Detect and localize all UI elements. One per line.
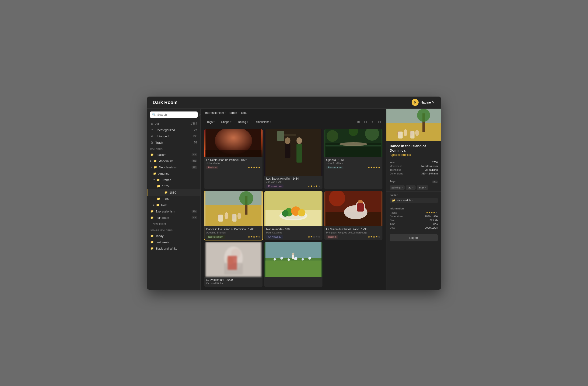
view-grid-small-btn[interactable]: ⊟ xyxy=(362,119,368,125)
sidebar-item-1885[interactable]: 📁 1885 xyxy=(147,196,200,202)
sidebar-item-america[interactable]: 📁 America xyxy=(147,170,200,177)
export-button[interactable]: Export xyxy=(390,234,438,241)
sidebar-item-all-label: All xyxy=(155,122,159,125)
sidebar-item-today[interactable]: 📁 Today xyxy=(147,233,200,239)
svg-point-34 xyxy=(282,210,289,217)
folder-icon-lastweek: 📁 xyxy=(150,241,153,244)
folder-icon-1875: 📁 xyxy=(157,184,160,188)
sidebar-folder-post-label: Post xyxy=(161,203,167,207)
sidebar-item-pointillism[interactable]: 📁 Pointillism ⌘5 xyxy=(147,215,200,221)
svg-point-56 xyxy=(302,258,304,261)
sidebar-item-uncategorized[interactable]: ？ Uncategorized 26 xyxy=(147,127,200,133)
svg-point-7 xyxy=(296,137,302,144)
tag-chip-tag[interactable]: tag × xyxy=(406,185,415,190)
shape-filter-btn[interactable]: Shape ▾ xyxy=(219,120,234,124)
sidebar-item-expressionism[interactable]: 📁 Expressionism ⌘4 xyxy=(147,208,200,215)
sidebar-item-france[interactable]: ▼ 📁 France xyxy=(147,177,200,183)
new-folder-btn[interactable]: + New folder xyxy=(147,221,200,227)
breadcrumb-item-france[interactable]: France xyxy=(228,111,237,115)
dimensions-label: Dimensions xyxy=(390,172,403,175)
folder-icon-neoclassicism: 📁 xyxy=(154,166,157,169)
rating-filter-btn[interactable]: Rating ▾ xyxy=(236,120,251,124)
sidebar-item-trash[interactable]: 🗑 Trash 58 xyxy=(147,140,200,146)
tag-chip-artist[interactable]: artist × xyxy=(417,185,428,190)
svg-point-24 xyxy=(237,213,241,219)
image-title-img7: S. avec enfant · 2000 xyxy=(206,278,261,282)
technique-value: Oil painting xyxy=(425,168,438,171)
question-icon: ？ xyxy=(150,128,153,132)
sidebar-item-1880[interactable]: 📁 1880 xyxy=(147,189,200,196)
tag-chip-tag-remove[interactable]: × xyxy=(412,186,414,189)
image-card-img3[interactable]: Ophelia · 1851 John E. Millais Renaissan… xyxy=(324,129,382,189)
breadcrumb-item-1880[interactable]: 1880 xyxy=(241,111,248,115)
image-card-img2[interactable]: Les Époux Arnolfini · 1434 Jan van Eyck … xyxy=(264,129,322,189)
image-author-img2: Jan van Eyck xyxy=(266,181,321,183)
view-grid-large-btn[interactable]: ⊞ xyxy=(355,119,361,125)
folder-icon: 📁 xyxy=(150,153,153,156)
tag-chip-artist-remove[interactable]: × xyxy=(425,186,426,189)
view-list-btn[interactable]: ≡ xyxy=(369,119,376,125)
size-value: 375 Kb xyxy=(430,219,438,222)
sidebar-item-1875[interactable]: 📁 1875 xyxy=(147,183,200,189)
chevron-down-tags-icon: ▾ xyxy=(213,121,215,123)
sidebar-item-untagged[interactable]: # Untagged 130 xyxy=(147,133,200,140)
sidebar-folder-modernism-label: Modernism xyxy=(158,159,173,163)
image-card-img5[interactable]: Nature morte · 1885 Paul Cézanne Art Nou… xyxy=(264,191,322,240)
search-input[interactable] xyxy=(157,113,196,116)
sidebar-item-realism[interactable]: 📁 Realism ⌘1 xyxy=(147,152,200,158)
sidebar-item-trash-count: 58 xyxy=(194,141,197,144)
image-thumb-img7 xyxy=(204,242,262,277)
technique-label: Technique xyxy=(390,168,401,171)
stars-img6: ★★★★★ xyxy=(368,235,380,238)
header: Dark Room M Nadine M. xyxy=(147,97,441,109)
breadcrumb-item-impressionism[interactable]: Impressionism xyxy=(204,111,224,115)
folder-icon-modernism: 📁 xyxy=(153,159,157,163)
folder-chip[interactable]: 📁 Neoclassicism xyxy=(390,198,438,203)
svg-point-14 xyxy=(327,130,338,142)
sidebar-item-uncategorized-count: 26 xyxy=(194,128,197,132)
view-detail-btn[interactable]: ⊠ xyxy=(376,119,382,125)
realism-shortcut: ⌘1 xyxy=(191,153,197,156)
sidebar-item-blackwhite[interactable]: 📁 Black and White xyxy=(147,245,200,252)
image-title-img1: La Destruction de Pompéi · 1822 xyxy=(206,158,261,162)
search-shortcut: ⌘K xyxy=(198,113,201,116)
detail-image xyxy=(386,109,441,141)
dimensions-filter-btn[interactable]: Dimensions ▾ xyxy=(252,120,274,124)
image-title-img2: Les Époux Arnolfini · 1434 xyxy=(266,177,321,180)
tag-chip-painting-remove[interactable]: × xyxy=(401,186,403,189)
image-card-img1[interactable]: La Destruction de Pompéi · 1822 John Mar… xyxy=(204,129,262,189)
sidebar-item-post[interactable]: ▶ 📁 Post xyxy=(147,202,200,208)
search-box[interactable]: 🔍 ⌘K xyxy=(150,111,198,118)
image-title-img4: Dance in the Island of Dominica · 1780 xyxy=(206,228,261,231)
tag-chip-painting[interactable]: painting × xyxy=(390,185,405,190)
image-thumb-img1 xyxy=(204,129,262,157)
detail-title: Dance in the Island of Dominica xyxy=(386,141,441,153)
svg-rect-61 xyxy=(386,109,441,123)
detail-metadata-section: Year 1780 Movement Neoclassicism Techniq… xyxy=(386,159,441,178)
modernism-shortcut: ⌘2 xyxy=(191,160,197,162)
sidebar-folder-pointillism-label: Pointillism xyxy=(155,216,169,220)
chevron-down-rating-icon: ▾ xyxy=(247,121,248,123)
sidebar: 🔍 ⌘K ▦ All 1'384 ？ Uncategorized 26 # Un… xyxy=(147,109,201,290)
image-card-img6[interactable]: La Vision du Cheval Blanc · 1798 Philipp… xyxy=(324,191,382,240)
chevron-right-icon: ▶ xyxy=(150,160,152,162)
sidebar-item-neoclassicism[interactable]: ▼ 📁 Neoclassicism ⌘3 xyxy=(147,164,200,170)
sidebar-item-all[interactable]: ▦ All 1'384 xyxy=(147,121,200,127)
tags-filter-btn[interactable]: Tags ▾ xyxy=(204,120,217,124)
search-icon: 🔍 xyxy=(152,113,156,116)
stars-img2: ★★★★★ xyxy=(308,185,321,188)
image-info-img2: Les Époux Arnolfini · 1434 Jan van Eyck … xyxy=(264,176,322,189)
folder-chip-name: Neoclassicism xyxy=(397,199,413,202)
image-card-img8[interactable] xyxy=(264,242,322,287)
image-author-img4: Agostino Brunias xyxy=(206,231,261,234)
sidebar-item-modernism[interactable]: ▶ 📁 Modernism ⌘2 xyxy=(147,158,200,164)
image-card-img7[interactable]: S. avec enfant · 2000 Gerhard Richter xyxy=(204,242,262,287)
folder-icon-1880: 📁 xyxy=(164,191,168,194)
folder-icon-expressionism: 📁 xyxy=(150,210,153,213)
user-name: Nadine M. xyxy=(420,101,435,104)
sidebar-item-lastweek[interactable]: 📁 Last week xyxy=(147,239,200,245)
image-info-img7: S. avec enfant · 2000 Gerhard Richter xyxy=(204,277,262,287)
image-footer-img6: Realism ★★★★★ xyxy=(326,235,380,239)
image-card-img4[interactable]: Dance in the Island of Dominica · 1780 A… xyxy=(204,191,262,240)
view-icons: ⊞ ⊟ ≡ ⊠ xyxy=(355,119,382,125)
